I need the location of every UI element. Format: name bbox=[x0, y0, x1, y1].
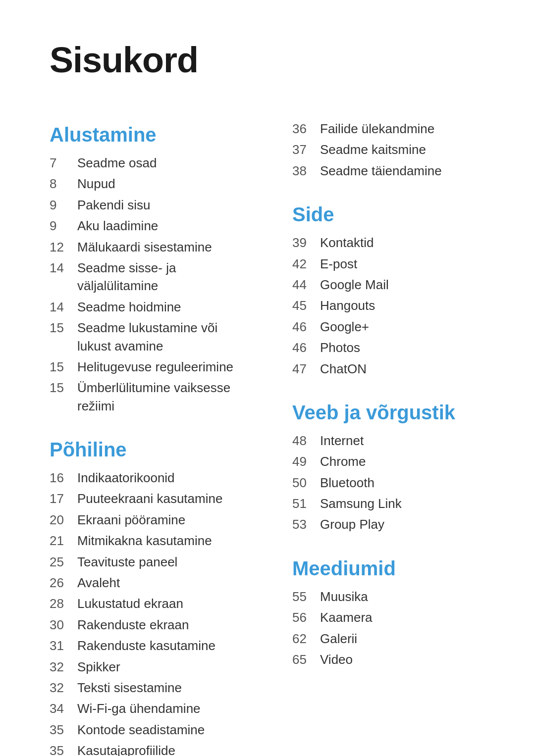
toc-item: 65Video bbox=[292, 651, 485, 668]
toc-page-number: 65 bbox=[292, 651, 320, 668]
toc-section-continued-pohiline: 36Failide ülekandmine37Seadme kaitsmine3… bbox=[292, 120, 485, 180]
toc-page-number: 46 bbox=[292, 339, 320, 356]
toc-page-number: 12 bbox=[50, 238, 77, 256]
toc-item-text: Seadme kaitsmine bbox=[320, 141, 426, 158]
toc-section-meediumid: Meediumid55Muusika56Kaamera62Galerii65Vi… bbox=[292, 557, 485, 669]
toc-item: 9Pakendi sisu bbox=[50, 196, 243, 214]
toc-item: 34Wi-Fi-ga ühendamine bbox=[50, 700, 243, 717]
toc-item: 35Kasutajaprofiilide seadistamine bbox=[50, 742, 243, 756]
toc-item: 42E-post bbox=[292, 255, 485, 273]
toc-item-text: Google+ bbox=[320, 318, 369, 336]
toc-page-number: 25 bbox=[50, 553, 77, 571]
toc-item-text: Ekraani pööramine bbox=[77, 511, 185, 529]
toc-page-number: 37 bbox=[292, 141, 320, 158]
toc-list-veeb-ja-vorgustik: 48Internet49Chrome50Bluetooth51Samsung L… bbox=[292, 432, 485, 534]
page-title: Sisukord bbox=[50, 40, 485, 80]
toc-item: 14Seadme sisse- ja väljalülitamine bbox=[50, 259, 243, 295]
toc-page-number: 35 bbox=[50, 742, 77, 756]
toc-page-number: 21 bbox=[50, 532, 77, 550]
section-title-meediumid: Meediumid bbox=[292, 557, 485, 580]
section-title-pohiline: Põhiline bbox=[50, 439, 243, 461]
toc-item-text: Indikaatorikoonid bbox=[77, 469, 175, 487]
toc-page-number: 17 bbox=[50, 490, 77, 507]
toc-item: 30Rakenduste ekraan bbox=[50, 616, 243, 634]
toc-item-text: Seadme hoidmine bbox=[77, 298, 181, 316]
toc-item-text: Teavituste paneel bbox=[77, 553, 177, 571]
toc-page-number: 38 bbox=[292, 162, 320, 180]
toc-item: 14Seadme hoidmine bbox=[50, 298, 243, 316]
toc-item-text: Group Play bbox=[320, 515, 384, 533]
toc-item: 46Photos bbox=[292, 339, 485, 356]
toc-page-number: 53 bbox=[292, 515, 320, 533]
toc-item-text: E-post bbox=[320, 255, 357, 273]
toc-item-text: Chrome bbox=[320, 453, 366, 470]
toc-page-number: 50 bbox=[292, 474, 320, 492]
toc-item: 50Bluetooth bbox=[292, 474, 485, 492]
toc-item-text: Bluetooth bbox=[320, 474, 374, 492]
toc-item: 55Muusika bbox=[292, 588, 485, 605]
toc-item: 38Seadme täiendamine bbox=[292, 162, 485, 180]
toc-page-number: 42 bbox=[292, 255, 320, 273]
toc-item: 39Kontaktid bbox=[292, 234, 485, 252]
toc-item-text: Ümberlülitumine vaiksesse režiimi bbox=[77, 379, 243, 415]
toc-item-text: Rakenduste kasutamine bbox=[77, 637, 215, 655]
toc-page-number: 15 bbox=[50, 379, 77, 397]
toc-page-number: 28 bbox=[50, 595, 77, 612]
toc-item: 16Indikaatorikoonid bbox=[50, 469, 243, 487]
toc-item-text: Pakendi sisu bbox=[77, 196, 150, 214]
toc-item-text: Seadme sisse- ja väljalülitamine bbox=[77, 259, 243, 295]
toc-item-text: Hangouts bbox=[320, 297, 375, 314]
content-wrapper: Alustamine7Seadme osad8Nupud9Pakendi sis… bbox=[50, 120, 485, 756]
toc-item: 20Ekraani pööramine bbox=[50, 511, 243, 529]
toc-item-text: Wi-Fi-ga ühendamine bbox=[77, 700, 201, 717]
toc-section-side: Side39Kontaktid42E-post44Google Mail45Ha… bbox=[292, 203, 485, 378]
toc-item-text: Teksti sisestamine bbox=[77, 679, 182, 697]
toc-item-text: Google Mail bbox=[320, 276, 389, 294]
toc-page-number: 9 bbox=[50, 196, 77, 214]
toc-item: 21Mitmikakna kasutamine bbox=[50, 532, 243, 550]
section-title-side: Side bbox=[292, 203, 485, 226]
toc-item-text: Lukustatud ekraan bbox=[77, 595, 183, 612]
toc-item: 8Nupud bbox=[50, 175, 243, 193]
right-column: 36Failide ülekandmine37Seadme kaitsmine3… bbox=[282, 120, 485, 756]
toc-page-number: 30 bbox=[50, 616, 77, 634]
toc-page-number: 8 bbox=[50, 175, 77, 193]
section-title-alustamine: Alustamine bbox=[50, 124, 243, 146]
toc-page-number: 46 bbox=[292, 318, 320, 336]
toc-item-text: Mälukaardi sisestamine bbox=[77, 238, 212, 256]
toc-item: 9Aku laadimine bbox=[50, 217, 243, 235]
toc-list-pohiline: 16Indikaatorikoonid17Puuteekraani kasuta… bbox=[50, 469, 243, 756]
toc-page-number: 48 bbox=[292, 432, 320, 450]
toc-section-pohiline: Põhiline16Indikaatorikoonid17Puuteekraan… bbox=[50, 439, 243, 756]
toc-item: 12Mälukaardi sisestamine bbox=[50, 238, 243, 256]
toc-item-text: Seadme täiendamine bbox=[320, 162, 442, 180]
toc-page-number: 55 bbox=[292, 588, 320, 605]
toc-item: 17Puuteekraani kasutamine bbox=[50, 490, 243, 507]
toc-item: 36Failide ülekandmine bbox=[292, 120, 485, 138]
toc-item: 25Teavituste paneel bbox=[50, 553, 243, 571]
toc-item: 62Galerii bbox=[292, 630, 485, 648]
toc-page-number: 26 bbox=[50, 574, 77, 592]
toc-item-text: Samsung Link bbox=[320, 495, 402, 512]
toc-item: 15Ümberlülitumine vaiksesse režiimi bbox=[50, 379, 243, 415]
toc-item: 51Samsung Link bbox=[292, 495, 485, 512]
toc-item-text: Spikker bbox=[77, 658, 120, 676]
toc-list-side: 39Kontaktid42E-post44Google Mail45Hangou… bbox=[292, 234, 485, 378]
toc-item-text: Puuteekraani kasutamine bbox=[77, 490, 222, 507]
toc-item-text: Video bbox=[320, 651, 353, 668]
toc-item: 53Group Play bbox=[292, 515, 485, 533]
toc-page-number: 62 bbox=[292, 630, 320, 648]
toc-page-number: 56 bbox=[292, 608, 320, 626]
toc-page-number: 45 bbox=[292, 297, 320, 314]
toc-item: 7Seadme osad bbox=[50, 154, 243, 172]
toc-item-text: Seadme lukustamine või lukust avamine bbox=[77, 319, 243, 355]
toc-item-text: Mitmikakna kasutamine bbox=[77, 532, 212, 550]
toc-page-number: 39 bbox=[292, 234, 320, 252]
toc-item: 48Internet bbox=[292, 432, 485, 450]
toc-page-number: 16 bbox=[50, 469, 77, 487]
toc-item: 44Google Mail bbox=[292, 276, 485, 294]
toc-page-number: 15 bbox=[50, 319, 77, 337]
toc-item-text: Kasutajaprofiilide seadistamine bbox=[77, 742, 243, 756]
toc-page-number: 7 bbox=[50, 154, 77, 172]
toc-list-continued-pohiline: 36Failide ülekandmine37Seadme kaitsmine3… bbox=[292, 120, 485, 180]
